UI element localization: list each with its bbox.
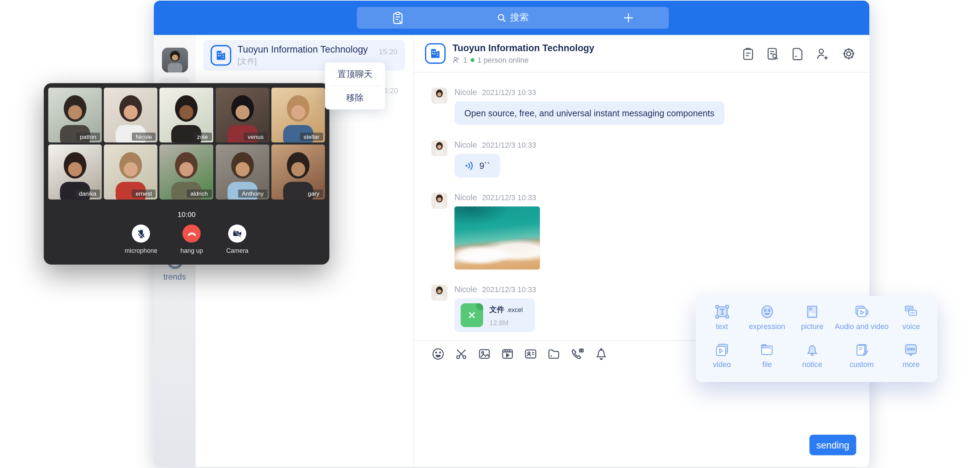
participant-tile[interactable]: zole [160,88,214,142]
voice-bubble[interactable]: 9`` [455,154,500,177]
video-call-icon[interactable] [570,347,585,361]
quick-action-label: expression [745,322,790,331]
quick-action-label: custom [835,360,889,369]
contact-card-icon[interactable] [524,347,538,361]
search-pill: 搜索 [357,7,668,29]
emoji-icon[interactable] [431,347,445,361]
folder-icon[interactable] [547,347,561,361]
participant-tile[interactable]: Nicole [104,88,158,142]
quick-action-file[interactable]: file [745,342,790,376]
participant-name: Nicole [132,133,156,141]
conversation-time: 15:20 [379,47,398,56]
picture-icon [804,303,821,320]
add-member-icon[interactable] [816,47,830,61]
file-size: 12.8M [489,319,523,326]
message-sender[interactable]: Nicole [455,140,477,149]
avatar[interactable] [431,88,447,104]
participant-name: gary [304,189,323,197]
participant-name: zole [193,133,212,141]
camera-label: Camera [226,247,248,254]
microphone-off-icon [136,228,146,238]
participant-tile[interactable]: venus [215,88,269,142]
message-time: 2021/12/3 10:33 [482,141,536,149]
menu-item-remove[interactable]: 移除 [325,86,385,109]
participant-tile[interactable]: danika [48,144,102,200]
app-stage: 搜索 [0,0,980,468]
text-bubble[interactable]: Open source, free, and universal instant… [455,101,725,125]
participant-tile[interactable]: patton [48,88,102,142]
order-record-button[interactable] [357,11,438,25]
participant-tile[interactable]: aldrich [160,144,214,200]
quick-action-label: picture [790,322,835,331]
camera-mute-button[interactable] [228,225,247,243]
message-image: Nicole 2021/12/3 10:33 [431,193,869,270]
participant-tile[interactable]: Anthony [215,144,269,200]
hang-up-label: hang up [181,247,203,254]
quick-action-notice[interactable]: notice [790,342,835,376]
microphone-label: microphone [124,247,157,254]
search-input[interactable]: 搜索 [438,12,587,24]
notice-icon [804,342,821,358]
file-icon[interactable] [791,47,804,61]
add-button[interactable] [587,13,668,23]
participant-tile[interactable]: ernest [104,144,158,200]
expression-icon [759,303,775,320]
message-voice: Nicole 2021/12/3 10:33 9`` [431,140,869,177]
screenshot-scissors-icon[interactable] [455,347,468,361]
file-message[interactable]: ✕ 文件 .excel 12.8M [455,299,535,332]
avatar[interactable] [431,193,447,209]
quick-action-audio-video[interactable]: Audio and video [835,303,889,338]
building-icon [430,47,441,59]
chat-header: Tuoyun Information Technology 1 1 person… [414,35,869,73]
quick-action-custom[interactable]: custom [835,342,889,376]
chat-area: Tuoyun Information Technology 1 1 person… [414,35,869,467]
trends-label: trends [154,272,196,281]
settings-icon[interactable] [842,47,856,61]
message-sender[interactable]: Nicole [455,88,477,97]
notification-icon[interactable] [594,347,608,361]
participant-tile[interactable]: stellar [271,88,325,142]
quick-action-picture[interactable]: picture [790,303,835,338]
message-time: 2021/12/3 10:33 [482,193,536,202]
quick-action-label: voice [888,322,934,331]
picture-icon[interactable] [477,347,492,361]
file-name: 文件 [489,305,504,314]
conversation-title: Tuoyun Information Technology [237,44,379,55]
profile-avatar[interactable] [162,47,188,72]
quick-action-label: text [700,322,745,331]
quick-actions-popup: text expression picture [696,295,937,382]
video-clip-icon[interactable] [501,347,515,361]
excel-file-icon: ✕ [461,303,484,327]
quick-action-video[interactable]: video [700,342,745,376]
quick-action-text[interactable]: text [700,303,745,338]
chat-title: Tuoyun Information Technology [452,43,742,53]
quick-action-more[interactable]: more [888,342,934,376]
order-record-icon [391,11,403,25]
file-ext: .excel [506,306,523,313]
image-message-beach[interactable] [455,206,540,270]
participant-name: stellar [300,133,323,141]
participant-name: Anthony [238,189,267,197]
voice-icon [903,303,920,320]
avatar[interactable] [431,140,447,157]
message-sender[interactable]: Nicole [455,193,477,202]
quick-action-voice[interactable]: voice [888,303,934,338]
doc-search-icon[interactable] [766,47,780,61]
audio-video-icon [853,303,870,320]
participant-tile[interactable]: gary [271,144,325,200]
online-status: 1 person online [477,56,529,64]
participant-name: danika [75,189,100,197]
menu-item-pin-chat[interactable]: 置顶聊天 [325,63,385,86]
plus-icon [623,13,634,23]
video-call-overlay: pattonNicolezolevenusstellardanikaernest… [44,83,329,265]
message-sender[interactable]: Nicole [455,284,477,294]
order-icon[interactable] [742,47,754,61]
quick-action-expression[interactable]: expression [745,303,790,338]
search-icon [497,13,506,22]
send-button[interactable]: sending [810,434,856,455]
online-dot [471,58,474,62]
participant-name: venus [244,133,267,141]
hang-up-button[interactable] [183,225,201,243]
avatar[interactable] [431,284,447,301]
microphone-mute-button[interactable] [132,225,150,243]
